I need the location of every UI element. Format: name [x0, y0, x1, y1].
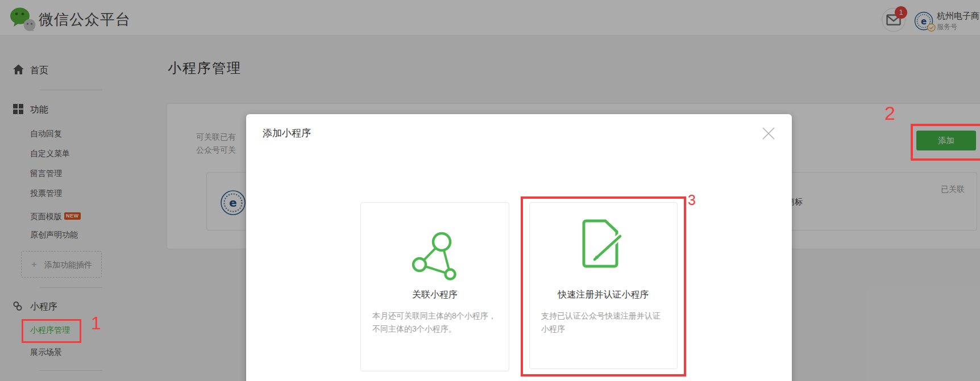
- network-nodes-icon: [361, 215, 509, 283]
- step1-label: 1: [91, 313, 101, 334]
- card-link-miniprogram[interactable]: 关联小程序 本月还可关联同主体的8个小程序， 不同主体的3个小程序。: [360, 202, 509, 371]
- card-desc: 本月还可关联同主体的8个小程序， 不同主体的3个小程序。: [372, 309, 502, 336]
- step2-label: 2: [885, 102, 895, 124]
- close-button[interactable]: [761, 125, 776, 141]
- close-icon: [761, 125, 776, 141]
- dialog-title: 添加小程序: [263, 127, 311, 140]
- card-desc-line1: 本月还可关联同主体的8个小程序，: [372, 309, 502, 323]
- add-miniprogram-dialog: 添加小程序 关联小程序 本月还可关联同主体的8个小程序， 不同主体的3个小程序。: [246, 114, 792, 381]
- step1-highlight-box: [22, 319, 81, 343]
- card-desc-line2: 不同主体的3个小程序。: [372, 323, 502, 336]
- card-title: 关联小程序: [361, 289, 509, 301]
- step2-highlight-box: [911, 124, 980, 161]
- step3-label: 3: [688, 192, 696, 208]
- step3-highlight-box: [521, 196, 686, 376]
- page: 微信公众平台 1 e 杭州电子商 服务号 首页: [0, 0, 980, 381]
